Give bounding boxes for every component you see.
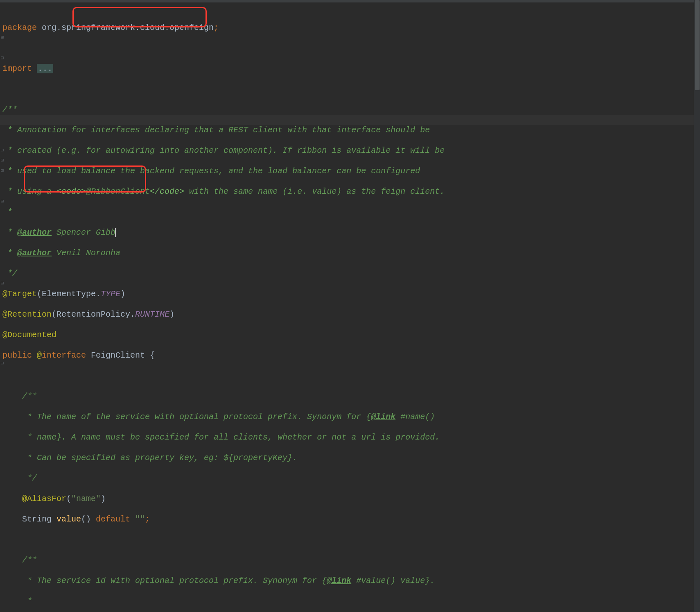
javadoc-open: /** (2, 392, 37, 401)
code-line[interactable]: * (2, 596, 445, 606)
code-line[interactable]: * using a <code>@RibbonClient</code> wit… (2, 186, 445, 197)
code-line[interactable]: * created (e.g. for autowiring into anot… (2, 145, 445, 156)
scrollbar-thumb[interactable] (695, 0, 700, 90)
string-literal: "name" (71, 494, 101, 503)
code-line[interactable]: /** (2, 104, 445, 115)
javadoc-text: #name() (395, 412, 435, 422)
javadoc-text: * (2, 248, 17, 258)
javadoc-code-open: <code> (56, 187, 86, 196)
code-line[interactable]: */ (2, 268, 445, 279)
parens: () (81, 515, 91, 524)
class-ref: ElementType (42, 289, 96, 299)
paren-close: ) (120, 289, 125, 299)
dot: . (130, 310, 135, 319)
code-line[interactable]: /** (2, 555, 445, 565)
semicolon: ; (214, 23, 219, 32)
constant: RUNTIME (135, 310, 169, 319)
space (91, 515, 96, 524)
folded-imports[interactable]: ... (37, 64, 53, 73)
javadoc-close: */ (2, 269, 17, 278)
javadoc-code: @RibbonClient (86, 187, 150, 196)
javadoc-author-name: Venil Noronha (52, 248, 120, 258)
code-line[interactable]: * Can be specified as property key, eg: … (2, 453, 445, 463)
interface-name: FeignClient (91, 351, 150, 360)
code-line[interactable]: public @interface FeignClient { (2, 350, 445, 360)
code-line[interactable]: * Annotation for interfaces declaring th… (2, 125, 445, 135)
string-literal: "" (135, 515, 145, 524)
javadoc-text: * The service id with optional protocol … (2, 576, 327, 585)
javadoc-text: with the same name (i.e. value) as the f… (184, 187, 445, 196)
javadoc-link-tag: @link (371, 412, 395, 422)
keyword-interface: interface (42, 351, 91, 360)
javadoc-open: /** (2, 555, 37, 565)
code-line[interactable]: * @author Venil Noronha (2, 248, 445, 258)
code-line[interactable]: /** (2, 391, 445, 401)
javadoc-text: * using a (2, 187, 56, 196)
class-ref: RetentionPolicy (56, 310, 130, 319)
javadoc-text: * created (e.g. for autowiring into anot… (2, 146, 445, 155)
code-line[interactable]: * The service id with optional protocol … (2, 576, 445, 586)
code-line[interactable]: * (2, 207, 445, 217)
code-line[interactable]: * used to load balance the backend reque… (2, 166, 445, 176)
javadoc-text: * Annotation for interfaces declaring th… (2, 125, 430, 135)
code-line[interactable]: import ... (2, 63, 445, 74)
at-sign: @ (37, 351, 42, 360)
code-line[interactable]: * The name of the service with optional … (2, 412, 445, 422)
tab-strip (0, 0, 700, 2)
scrollbar-track[interactable] (694, 0, 700, 612)
indent (2, 515, 22, 524)
package-name: org.springframework.cloud.openfeign (42, 23, 214, 32)
code-line[interactable] (2, 43, 445, 53)
code-line[interactable]: * @author Spencer Gibb (2, 227, 445, 238)
code-line[interactable] (2, 371, 445, 381)
javadoc-text: * (2, 596, 32, 606)
javadoc-text: * (2, 207, 12, 217)
annotation-documented: @Documented (2, 330, 56, 340)
keyword-package: package (2, 23, 42, 32)
javadoc-text: * The name of the service with optional … (2, 412, 371, 422)
javadoc-open: /** (2, 105, 17, 114)
semicolon: ; (145, 515, 150, 524)
javadoc-link-tag: @link (327, 576, 351, 585)
return-type: String (22, 515, 56, 524)
code-area[interactable]: package org.springframework.cloud.openfe… (2, 12, 445, 612)
code-line[interactable]: @Documented (2, 330, 445, 340)
code-line[interactable]: @Retention(RetentionPolicy.RUNTIME) (2, 309, 445, 320)
code-line[interactable] (2, 535, 445, 545)
code-line[interactable]: * name}. A name must be specified for al… (2, 432, 445, 442)
code-line[interactable]: @AliasFor("name") (2, 494, 445, 504)
keyword-import: import (2, 64, 37, 73)
annotation-target: @Target (2, 289, 37, 299)
code-line[interactable]: String value() default ""; (2, 514, 445, 524)
javadoc-author-tag: @author (17, 248, 52, 258)
annotation-retention: @Retention (2, 310, 52, 319)
code-line[interactable]: */ (2, 473, 445, 483)
javadoc-close: */ (2, 474, 37, 483)
dot: . (96, 289, 101, 299)
paren-close: ) (101, 494, 106, 503)
text-caret (115, 228, 116, 237)
javadoc-text: * used to load balance the backend reque… (2, 166, 420, 176)
method-name: value (56, 515, 81, 524)
javadoc-author-tag: @author (17, 228, 52, 237)
paren-open: ( (66, 494, 71, 503)
javadoc-author-name: Spencer Gibb (52, 228, 115, 237)
constant: TYPE (101, 289, 120, 299)
javadoc-code-close: </code> (150, 187, 184, 196)
code-line[interactable]: @Target(ElementType.TYPE) (2, 289, 445, 299)
keyword-default: default (96, 515, 135, 524)
brace-open: { (150, 351, 155, 360)
keyword-public: public (2, 351, 37, 360)
javadoc-text: * Can be specified as property key, eg: … (2, 453, 297, 462)
paren-open: ( (52, 310, 56, 319)
javadoc-text: #value() value}. (351, 576, 435, 585)
annotation-aliasfor: @AliasFor (22, 494, 66, 503)
code-line[interactable] (2, 84, 445, 94)
paren-close: ) (169, 310, 174, 319)
paren-open: ( (37, 289, 42, 299)
indent (2, 494, 22, 503)
code-editor[interactable]: ⊞ ⊟ ⊡ ⊡ ⊡ ⊟ ⊟ ⊟ package org.springframew… (0, 0, 700, 612)
javadoc-text: * name}. A name must be specified for al… (2, 433, 440, 442)
code-line[interactable]: package org.springframework.cloud.openfe… (2, 23, 445, 33)
javadoc-text: * (2, 228, 17, 237)
